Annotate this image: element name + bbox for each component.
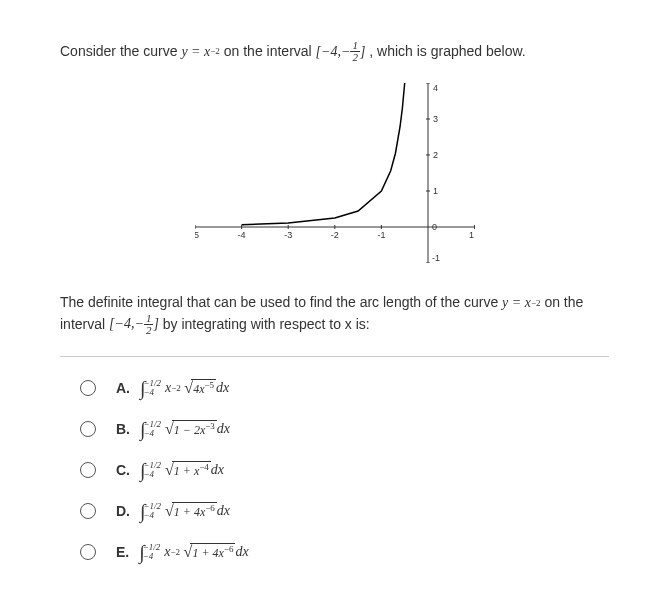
svg-text:2: 2 [433,150,438,160]
svg-text:-1: -1 [377,230,385,240]
svg-text:-4: -4 [237,230,245,240]
radio-icon [80,503,96,519]
svg-text:-1: -1 [432,253,440,263]
option-expression: ∫−1/2−4 x−2 √4x−5 dx [140,377,229,400]
radio-icon [80,380,96,396]
options-list: A. ∫−1/2−4 x−2 √4x−5 dx B. ∫−1/2−4 √1 − … [60,377,609,564]
radio-icon [80,421,96,437]
svg-text:-2: -2 [330,230,338,240]
option-expression: ∫−1/2−4 √1 + 4x−6 dx [140,500,230,523]
question-intro: Consider the curve y = x−2 on the interv… [60,40,609,63]
option-label: B. [116,421,130,437]
option-a[interactable]: A. ∫−1/2−4 x−2 √4x−5 dx [80,377,609,400]
option-c[interactable]: C. ∫−1/2−4 √1 + x−4 dx [80,459,609,482]
svg-text:-5: -5 [195,230,199,240]
option-expression: ∫−1/2−4 x−2 √1 + 4x−6 dx [139,541,248,564]
option-expression: ∫−1/2−4 √1 − 2x−3 dx [140,418,230,441]
option-d[interactable]: D. ∫−1/2−4 √1 + 4x−6 dx [80,500,609,523]
svg-text:3: 3 [433,114,438,124]
curve-graph: -5 -4 -3 -2 -1 0 1 1 2 3 4 -1 [195,83,475,263]
svg-text:4: 4 [433,83,438,93]
option-label: C. [116,462,130,478]
option-b[interactable]: B. ∫−1/2−4 √1 − 2x−3 dx [80,418,609,441]
option-expression: ∫−1/2−4 √1 + x−4 dx [140,459,224,482]
radio-icon [80,462,96,478]
svg-text:0: 0 [432,222,437,232]
divider [60,356,609,357]
radio-icon [80,544,96,560]
svg-text:1: 1 [468,230,473,240]
svg-text:-3: -3 [284,230,292,240]
option-e[interactable]: E. ∫−1/2−4 x−2 √1 + 4x−6 dx [80,541,609,564]
option-label: A. [116,380,130,396]
svg-text:1: 1 [433,186,438,196]
option-label: D. [116,503,130,519]
sub-question: The definite integral that can be used t… [60,293,609,336]
option-label: E. [116,544,129,560]
